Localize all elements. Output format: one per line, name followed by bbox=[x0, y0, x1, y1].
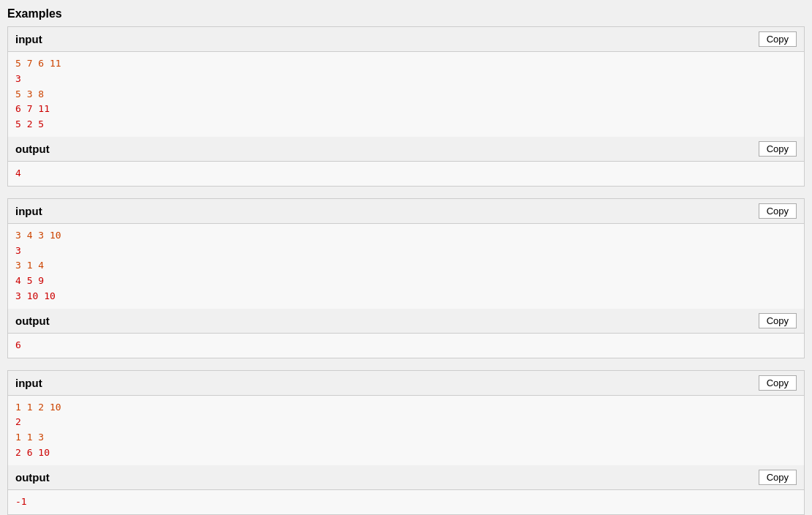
input-header-3: inputCopy bbox=[8, 371, 804, 396]
input-content-3: 1 1 2 1021 1 32 6 10 bbox=[8, 396, 804, 465]
output-label-1: output bbox=[15, 143, 50, 155]
input-label-1: input bbox=[15, 33, 42, 45]
input-line-3-2: 2 bbox=[15, 415, 797, 430]
output-header-3: outputCopy bbox=[8, 465, 804, 490]
input-content-2: 3 4 3 1033 1 44 5 93 10 10 bbox=[8, 224, 804, 309]
output-value-1: 4 bbox=[15, 166, 797, 181]
output-copy-button-1[interactable]: Copy bbox=[759, 141, 797, 157]
input-copy-button-3[interactable]: Copy bbox=[759, 375, 797, 391]
input-header-1: inputCopy bbox=[8, 27, 804, 52]
input-copy-button-1[interactable]: Copy bbox=[759, 31, 797, 47]
example-block-1: inputCopy5 7 6 1135 3 86 7 115 2 5output… bbox=[7, 26, 805, 187]
input-line-3-1: 1 1 2 10 bbox=[15, 400, 797, 416]
output-content-2: 6 bbox=[8, 334, 804, 358]
page-title: Examples bbox=[7, 7, 805, 20]
input-line-2-4: 4 5 9 bbox=[15, 274, 797, 289]
input-line-1-1: 5 7 6 11 bbox=[15, 56, 797, 72]
input-header-2: inputCopy bbox=[8, 199, 804, 224]
output-copy-button-2[interactable]: Copy bbox=[759, 313, 797, 328]
example-block-3: inputCopy1 1 2 1021 1 32 6 10outputCopy-… bbox=[7, 370, 805, 515]
input-line-2-3: 3 1 4 bbox=[15, 258, 797, 274]
input-line-2-1: 3 4 3 10 bbox=[15, 228, 797, 244]
input-copy-button-2[interactable]: Copy bbox=[759, 203, 797, 219]
input-line-1-5: 5 2 5 bbox=[15, 117, 797, 132]
input-label-2: input bbox=[15, 205, 42, 217]
input-content-1: 5 7 6 1135 3 86 7 115 2 5 bbox=[8, 52, 804, 137]
input-line-2-2: 3 bbox=[15, 244, 797, 259]
output-copy-button-3[interactable]: Copy bbox=[759, 470, 797, 485]
output-header-1: outputCopy bbox=[8, 137, 804, 162]
input-line-1-2: 3 bbox=[15, 72, 797, 87]
output-header-2: outputCopy bbox=[8, 309, 804, 334]
output-label-2: output bbox=[15, 315, 50, 327]
input-line-3-4: 2 6 10 bbox=[15, 446, 797, 461]
example-block-2: inputCopy3 4 3 1033 1 44 5 93 10 10outpu… bbox=[7, 198, 805, 358]
output-value-3: -1 bbox=[15, 495, 797, 510]
output-label-3: output bbox=[15, 471, 50, 484]
input-line-3-3: 1 1 3 bbox=[15, 430, 797, 446]
output-value-2: 6 bbox=[15, 338, 797, 353]
input-line-2-5: 3 10 10 bbox=[15, 289, 797, 304]
output-content-1: 4 bbox=[8, 162, 804, 186]
input-label-3: input bbox=[15, 377, 42, 389]
output-content-3: -1 bbox=[8, 490, 804, 514]
input-line-1-3: 5 3 8 bbox=[15, 87, 797, 102]
input-line-1-4: 6 7 11 bbox=[15, 102, 797, 117]
